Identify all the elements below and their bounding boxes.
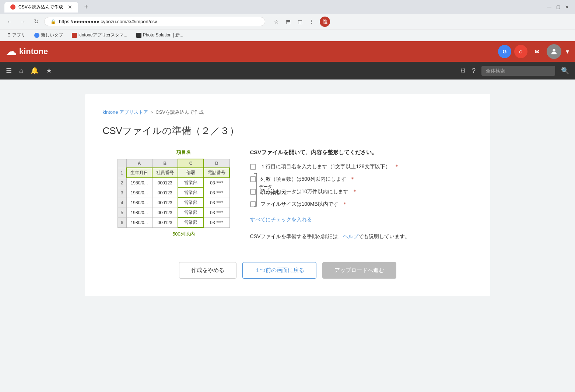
cell-6c: 営業部 [178,218,204,227]
bookmark-photo[interactable]: Photo Solution | 新... [133,31,186,39]
required-3: ＊ [352,188,357,194]
data-bracket: データ （10万件以内） [250,173,290,206]
main-content: kintone アプリストア ＞ CSVを読み込んで作成 CSVファイルの準備（… [0,80,575,311]
cancel-button[interactable]: 作成をやめる [179,262,236,279]
bracket-label: データ [259,184,290,190]
page-title: CSVファイルの準備（２／３） [103,124,473,137]
reload-button[interactable]: ↻ [31,17,41,27]
address-bar[interactable]: 🔒 https://●●●●●●●●●.cybozu.com/k/#/impor… [44,17,265,26]
cell-3d: 03-**** [204,188,229,198]
cell-5a: 1980/0... [126,208,152,218]
close-button[interactable]: ✕ [563,3,571,11]
cell-6b: 000123 [152,218,178,227]
tab-favicon [10,4,15,10]
cell-1a: 生年月日 [126,168,152,178]
new-tab-button[interactable]: + [81,2,91,12]
spreadsheet-row-5: 5 1980/0... 000123 営業部 03-**** [118,208,229,218]
bookmarks-bar: ⠿ アプリ 新しいタブ kintoneアプリカスタマ... Photo Solu… [0,29,575,41]
user-avatar[interactable] [547,44,561,59]
spreadsheet-header-row: 1 生年月日 社員番号 部署 電話番号 [118,168,229,178]
browser-tab[interactable]: CSVを読み込んで作成 ✕ [4,2,78,13]
help-icon[interactable]: ? [472,67,476,75]
section-description: CSVファイルを開いて、内容を整形してください。 [250,149,473,156]
svg-point-0 [553,49,555,52]
kintone-nav: ☰ ⌂ 🔔 ★ ⚙ ? 🔍 [0,62,575,80]
help-text: CSVファイルを準備する手順の詳細は、ヘルプでも説明しています。 [250,233,473,240]
minimize-button[interactable]: — [546,3,553,11]
tab-close-button[interactable]: ✕ [68,4,72,10]
cell-5b: 000123 [152,208,178,218]
required-1: ＊ [394,163,399,169]
content-card: kintone アプリストア ＞ CSVを読み込んで作成 CSVファイルの準備（… [85,94,490,296]
cell-2b: 000123 [152,178,178,188]
circle-icon-btn[interactable]: ○ [514,45,527,58]
row-num-4: 4 [118,198,126,208]
bookmark-kintone[interactable]: kintoneアプリカスタマ... [69,31,130,39]
lock-icon: 🔒 [50,19,56,24]
star-icon[interactable]: ★ [46,67,52,75]
settings-icon[interactable]: ⚙ [460,67,466,75]
mail-icon-btn[interactable]: ✉ [530,45,544,58]
google-icon-btn[interactable]: G [498,45,511,58]
browser-actions: ☆ ⬒ ◫ ⋮ [271,17,317,27]
global-search-input[interactable] [481,66,555,76]
next-button: アップロードへ進む [322,262,396,279]
cell-1c: 部署 [178,168,204,178]
cell-3b: 000123 [152,188,178,198]
spreadsheet-row-4: 4 1980/0... 000123 営業部 03-**** [118,198,229,208]
cell-2d: 03-**** [204,178,229,188]
forward-button[interactable]: → [18,17,28,27]
cast-icon[interactable]: ⬒ [283,17,293,27]
search-button[interactable]: 🔍 [561,67,569,75]
bookmark-photo-label: Photo Solution | 新... [143,32,183,38]
cell-5d: 03-**** [204,208,229,218]
menu-icon[interactable]: ⋮ [306,17,317,27]
cell-4d: 03-**** [204,198,229,208]
row-num-3: 3 [118,188,126,198]
breadcrumb: kintone アプリストア ＞ CSVを読み込んで作成 [103,109,473,116]
check-all-link[interactable]: すべてにチェックを入れる [250,216,312,223]
diagram-label-bottom: 500列以内 [118,231,250,237]
cell-1d: 電話番号 [204,168,229,178]
check-label-1: １行目に項目名を入力します（1文字以上128文字以下） ＊ [260,163,399,170]
required-4: ＊ [342,201,347,207]
apps-icon: ⠿ [7,33,11,38]
browser-titlebar: CSVを読み込んで作成 ✕ + — ▢ ✕ [0,0,575,14]
bookmark-newtab-label: 新しいタブ [41,32,63,38]
cell-6a: 1980/0... [126,218,152,227]
breadcrumb-store-link[interactable]: kintone アプリストア [103,109,148,115]
bookmark-newtab[interactable]: 新しいタブ [31,31,66,39]
profile-icon[interactable]: 進 [320,17,330,27]
bracket-sublabel: （10万件以内） [259,190,290,196]
spreadsheet-row-6: 6 1980/0... 000123 営業部 03-**** [118,218,229,227]
back-button[interactable]: ← [4,17,15,27]
maximize-button[interactable]: ▢ [554,3,562,11]
browser-toolbar: ← → ↻ 🔒 https://●●●●●●●●●.cybozu.com/k/#… [0,14,575,29]
row-num-5: 5 [118,208,126,218]
breadcrumb-separator: ＞ [150,109,154,115]
content-layout: 項目名 A B C D [103,149,473,240]
home-icon[interactable]: ⌂ [19,67,23,75]
back-button-main[interactable]: １つ前の画面に戻る [242,262,316,279]
bookmark-apps[interactable]: ⠿ アプリ [4,31,28,39]
corner-header [118,159,126,168]
bell-icon[interactable]: 🔔 [31,67,39,75]
newtab-favicon [34,33,39,38]
row-num-1: 1 [118,168,126,178]
col-header-a: A [126,159,152,168]
cell-4b: 000123 [152,198,178,208]
row-num-6: 6 [118,218,126,227]
cell-3c: 営業部 [178,188,204,198]
header-right: G ○ ✉ ▾ [498,44,569,59]
col-header-d: D [204,159,229,168]
bookmark-star-icon[interactable]: ☆ [271,17,281,27]
help-link[interactable]: ヘルプ [343,233,358,239]
menu-hamburger-icon[interactable]: ☰ [6,67,12,75]
cell-5c: 営業部 [178,208,204,218]
header-chevron-icon[interactable]: ▾ [566,47,569,56]
checkbox-1[interactable] [250,164,256,170]
cell-1b: 社員番号 [152,168,178,178]
extension-icon[interactable]: ◫ [295,17,305,27]
url-text: https://●●●●●●●●●.cybozu.com/k/#/import/… [59,19,157,24]
kintone-logo-text: kintone [19,47,48,56]
